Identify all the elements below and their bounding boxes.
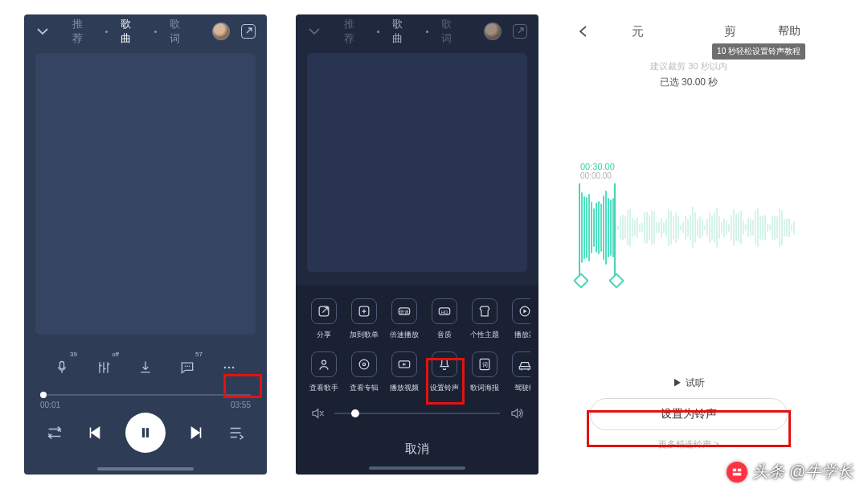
waveform-bar: [776, 216, 778, 240]
sheet-item-hq[interactable]: HQ音质: [424, 298, 465, 340]
time-total: 03:55: [231, 401, 251, 409]
queue-icon[interactable]: [227, 424, 245, 442]
svg-rect-21: [733, 468, 736, 471]
waveform-bar: [752, 220, 754, 236]
waveform-bar: [791, 224, 792, 231]
collapse-icon[interactable]: [307, 24, 321, 39]
tip-text: 建议裁剪 30 秒以内: [567, 60, 810, 72]
waveform-bar: [747, 218, 749, 236]
waveform-bar: [702, 220, 703, 236]
avatar[interactable]: [484, 23, 502, 40]
waveform-bar: [673, 216, 674, 240]
mic-icon[interactable]: 39: [47, 352, 77, 383]
waveform-bar: [639, 224, 641, 232]
p1-ctrl-row: 39 off 57: [24, 352, 267, 383]
panel-actionsheet: 推荐 歌曲 歌词 分享加到歌单倍速倍速播放HQ音质个性主题播放器 查看歌手查看专…: [296, 14, 538, 475]
waveform-bar: [651, 210, 653, 245]
equalizer-icon[interactable]: off: [88, 352, 119, 383]
sheet-item-artist[interactable]: 查看歌手: [304, 351, 344, 393]
progress-thumb[interactable]: [40, 392, 47, 398]
tab-recommend[interactable]: 推荐: [344, 17, 365, 46]
waveform-bar: [706, 219, 708, 236]
tab-lyrics[interactable]: 歌词: [170, 17, 190, 46]
more-ringtones-link[interactable]: 更多精选铃声 >: [567, 438, 810, 450]
svg-rect-6: [142, 428, 145, 438]
waveform-bar: [760, 216, 761, 240]
cancel-button[interactable]: 取消: [304, 434, 530, 465]
waveform-bar: [793, 221, 795, 234]
sheet-item-share[interactable]: 分享: [304, 298, 344, 340]
sheet-item-label: 播放视频: [390, 383, 419, 393]
tab-recommend[interactable]: 推荐: [72, 17, 93, 46]
sheet-item-theme[interactable]: 个性主题: [465, 298, 505, 340]
trim-handle-end[interactable]: [614, 183, 616, 280]
waveform-bar: [632, 218, 633, 237]
waveform-bar: [644, 212, 645, 242]
sheet-item-label: 查看歌手: [309, 383, 338, 393]
waveform-bar: [721, 222, 723, 232]
volume-thumb[interactable]: [351, 409, 359, 417]
help-link[interactable]: 帮助: [778, 24, 800, 39]
sheet-item-drive[interactable]: 驾驶模: [505, 351, 530, 393]
eq-badge: off: [112, 351, 119, 358]
volume-slider[interactable]: [334, 413, 500, 414]
download-icon[interactable]: [130, 352, 161, 383]
sheet-item-add[interactable]: 加到歌单: [344, 298, 384, 340]
sheet-item-ringtone[interactable]: 设置铃声: [424, 351, 465, 393]
waveform-bar: [665, 219, 667, 236]
waveform-bar: [743, 220, 744, 235]
timestamp-start: 00:00.00: [580, 171, 810, 180]
share-icon[interactable]: [513, 24, 527, 39]
waveform-bar: [726, 220, 727, 235]
sheet-item-poster[interactable]: 词歌词海报: [465, 351, 505, 393]
sheet-item-label: 设置铃声: [430, 383, 459, 393]
time-current: 00:01: [40, 401, 60, 409]
trim-handle-start[interactable]: [579, 183, 580, 280]
waveform-bar: [774, 216, 776, 240]
sheet-item-video[interactable]: 播放视频: [384, 351, 424, 393]
prev-icon[interactable]: [86, 424, 104, 442]
progress-bar[interactable]: [40, 394, 251, 396]
svg-point-5: [232, 367, 235, 369]
pause-button[interactable]: [125, 413, 166, 453]
mute-icon[interactable]: [310, 406, 325, 421]
sheet-item-label: 个性主题: [470, 330, 499, 340]
waveform-bar: [583, 196, 585, 259]
tab-song[interactable]: 歌曲: [392, 17, 413, 46]
waveform-bar: [738, 213, 739, 243]
sheet-item-player[interactable]: 播放器: [505, 298, 530, 340]
volume-icon[interactable]: [510, 406, 524, 421]
svg-point-3: [224, 367, 227, 369]
waveform-bar: [680, 225, 682, 230]
back-icon[interactable]: [577, 25, 590, 38]
collapse-icon[interactable]: [35, 24, 50, 39]
share-icon: [311, 298, 337, 324]
svg-point-17: [362, 363, 365, 365]
set-ringtone-button[interactable]: 设置为铃声: [590, 398, 788, 430]
sheet-item-speed[interactable]: 倍速倍速播放: [384, 298, 424, 340]
svg-rect-22: [738, 468, 741, 471]
sheet-item-album[interactable]: 查看专辑: [344, 351, 384, 393]
preview-button[interactable]: ▶ 试听: [567, 376, 810, 390]
p2-header: 推荐 歌曲 歌词: [296, 14, 538, 48]
theme-icon: [472, 298, 497, 324]
loop-icon[interactable]: [46, 424, 63, 442]
waveform-bar: [779, 208, 780, 247]
comments-icon[interactable]: 57: [172, 352, 203, 383]
play-controls: [24, 413, 267, 453]
share-icon[interactable]: [241, 24, 256, 39]
waveform-bar: [608, 198, 609, 258]
waveform-bar: [687, 219, 689, 237]
volume-row: [310, 406, 524, 421]
waveform-bar: [610, 199, 612, 256]
svg-text:词: 词: [482, 362, 488, 368]
tab-lyrics[interactable]: 歌词: [441, 17, 462, 46]
svg-point-1: [186, 366, 188, 368]
waveform[interactable]: [579, 183, 799, 272]
next-icon[interactable]: [187, 424, 205, 442]
tab-song[interactable]: 歌曲: [121, 17, 141, 46]
album-art-area: [35, 53, 256, 335]
avatar[interactable]: [212, 23, 230, 40]
more-icon[interactable]: [214, 352, 244, 383]
hq-icon: HQ: [432, 298, 457, 324]
